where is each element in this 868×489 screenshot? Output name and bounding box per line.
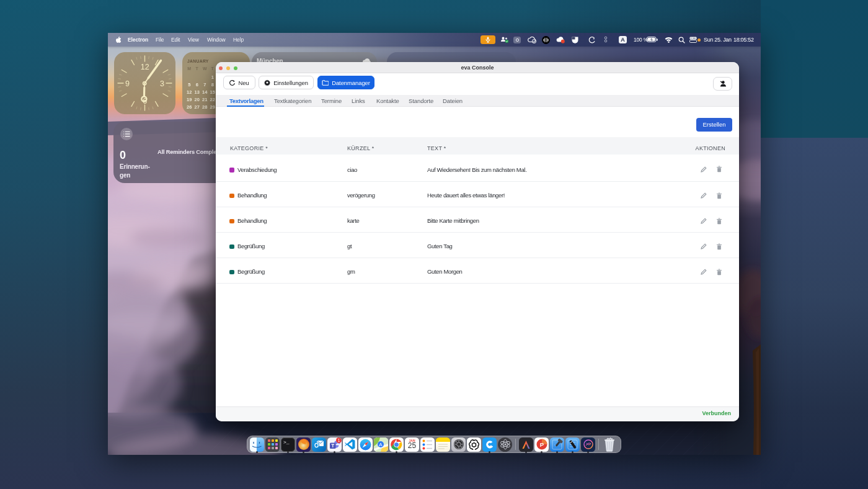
svg-text:9: 9	[125, 79, 130, 88]
svg-text:3: 3	[160, 79, 164, 88]
svg-text:P: P	[539, 441, 544, 448]
svg-text:A: A	[379, 442, 383, 447]
svg-text:12: 12	[141, 63, 149, 71]
